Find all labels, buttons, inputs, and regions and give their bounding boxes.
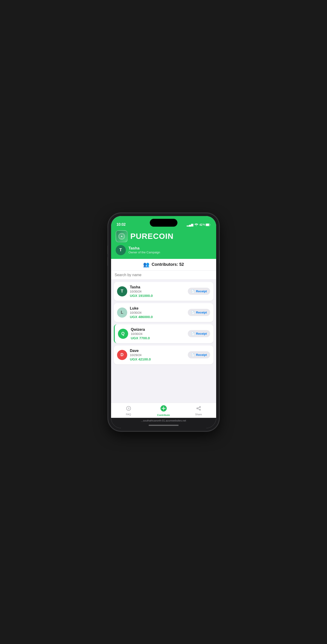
contributor-date: 10/29/24 <box>130 353 185 357</box>
svg-line-13 <box>198 408 200 410</box>
volume-up-button[interactable] <box>107 246 108 254</box>
contribute-icon <box>160 405 167 413</box>
avatar: L <box>117 308 127 318</box>
share-label: Share <box>195 413 202 416</box>
contributors-text: Contributors: 52 <box>152 262 184 267</box>
nav-contribute[interactable]: Contribute <box>156 405 172 416</box>
home-indicator <box>111 423 216 428</box>
faq-icon: ? <box>126 406 131 412</box>
receipt-label: Receipt <box>196 332 207 335</box>
svg-rect-1 <box>206 224 209 226</box>
app-logo <box>116 230 128 242</box>
contributor-name: Tasha <box>130 285 185 289</box>
app-title-row: PURECOIN <box>116 230 212 242</box>
nav-faq[interactable]: ? FAQ <box>121 406 137 416</box>
owner-avatar: T <box>116 245 126 255</box>
search-input[interactable] <box>115 273 212 277</box>
contributor-amount: UGX 7700.0 <box>131 336 185 340</box>
svg-point-9 <box>199 406 200 408</box>
avatar: Q <box>118 329 128 339</box>
receipt-icon: 📄 <box>191 311 195 314</box>
table-row: T Tasha 10/30/24 UGX 191000.0 📄 Receipt <box>114 282 213 301</box>
owner-row: T Tasha Owner of the Campaign <box>116 245 212 255</box>
contributor-date: 10/30/24 <box>130 290 185 293</box>
url-text: ...southafricanorth-01.azurewebsites.net <box>141 419 186 422</box>
receipt-button[interactable]: 📄 Receipt <box>188 288 210 295</box>
svg-text:?: ? <box>128 407 129 410</box>
table-row: L Luke 10/30/24 UGX 486000.0 📄 Receipt <box>114 303 213 322</box>
contribute-label: Contribute <box>157 414 170 416</box>
avatar: T <box>117 286 127 296</box>
contributor-amount: UGX 42100.0 <box>130 357 185 361</box>
app-header: PURECOIN T Tasha Owner of the Campaign <box>111 228 216 259</box>
receipt-icon: 📄 <box>191 290 195 293</box>
share-icon <box>196 406 201 412</box>
contributors-bar: 👥 Contributors: 52 <box>111 259 216 271</box>
receipt-button[interactable]: 📄 Receipt <box>188 330 210 337</box>
app-name: PURECOIN <box>130 232 174 241</box>
svg-point-11 <box>197 408 198 409</box>
contributor-date: 10/30/24 <box>130 311 185 314</box>
contributor-amount: UGX 191000.0 <box>130 294 185 298</box>
contributor-info: Qwizera 10/30/24 UGX 7700.0 <box>131 328 185 340</box>
contributor-date: 10/30/24 <box>131 332 185 336</box>
wifi-icon <box>194 223 198 227</box>
owner-name: Tasha <box>129 246 160 250</box>
home-bar[interactable] <box>149 425 179 426</box>
contributor-name: Dave <box>130 349 185 353</box>
contributor-amount: UGX 486000.0 <box>130 315 185 319</box>
owner-role: Owner of the Campaign <box>129 250 160 254</box>
contributor-list: T Tasha 10/30/24 UGX 191000.0 📄 Receipt … <box>111 280 216 402</box>
contributors-icon: 👥 <box>143 262 149 268</box>
url-bar: ...southafricanorth-01.azurewebsites.net <box>111 418 216 423</box>
table-row: Q Qwizera 10/30/24 UGX 7700.0 📄 Receipt <box>114 324 213 343</box>
table-row: D Dave 10/29/24 UGX 42100.0 📄 Receipt <box>114 346 213 364</box>
signal-icon: ▂▄▆ <box>187 223 193 226</box>
receipt-label: Receipt <box>196 353 207 356</box>
receipt-label: Receipt <box>196 311 207 314</box>
contributor-info: Luke 10/30/24 UGX 486000.0 <box>130 306 185 319</box>
owner-info: Tasha Owner of the Campaign <box>129 246 160 254</box>
contributor-info: Dave 10/29/24 UGX 42100.0 <box>130 349 185 361</box>
svg-line-12 <box>198 407 200 408</box>
avatar: D <box>117 350 127 360</box>
contributor-info: Tasha 10/30/24 UGX 191000.0 <box>130 285 185 298</box>
contributor-name: Luke <box>130 306 185 310</box>
phone-screen: 10:02 ▂▄▆ 42 % <box>111 216 216 428</box>
search-container <box>111 271 216 280</box>
status-time: 10:02 <box>117 222 126 227</box>
volume-down-button[interactable] <box>107 257 108 266</box>
receipt-icon: 📄 <box>191 332 195 335</box>
power-button[interactable] <box>219 250 220 264</box>
receipt-icon: 📄 <box>191 353 195 356</box>
receipt-button[interactable]: 📄 Receipt <box>188 351 210 358</box>
dynamic-island <box>150 219 177 227</box>
svg-point-10 <box>199 409 200 410</box>
contributor-name: Qwizera <box>131 328 185 332</box>
nav-share[interactable]: Share <box>191 406 207 416</box>
battery-icon: 42 % <box>199 223 210 226</box>
status-icons: ▂▄▆ 42 % <box>187 223 210 227</box>
receipt-label: Receipt <box>196 290 207 293</box>
bottom-nav: ? FAQ Contribute <box>111 402 216 418</box>
faq-label: FAQ <box>126 413 131 416</box>
phone-frame: 10:02 ▂▄▆ 42 % <box>108 213 219 431</box>
receipt-button[interactable]: 📄 Receipt <box>188 309 210 316</box>
